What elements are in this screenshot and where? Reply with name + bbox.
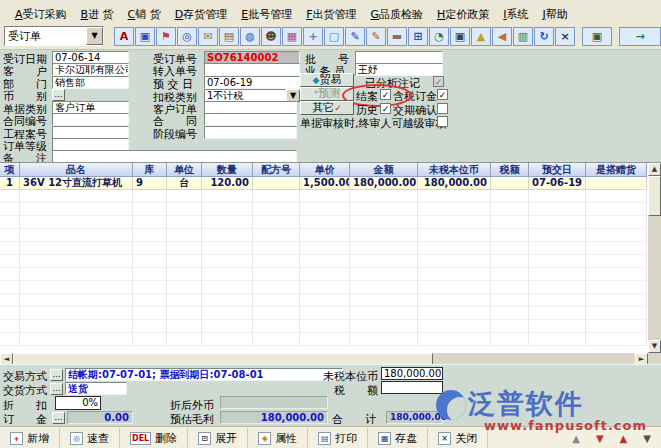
speaker-icon[interactable]: ◀ [492,27,512,46]
delivery-mode-browse-button[interactable]: … [50,383,63,395]
salesperson-field[interactable]: 王妤 [355,63,443,76]
menu-item-inventory-management[interactable]: D存货管理 [168,6,234,23]
cell-amount[interactable]: 180,000.00 [350,177,418,190]
vertical-scroll-thumb[interactable] [648,176,661,216]
record-prev-icon[interactable]: ▼ [596,433,604,444]
trade-mode-browse-button[interactable]: … [50,369,63,381]
save-button[interactable]: ▦存盘 [368,428,428,448]
pie-chart-icon[interactable]: ◔ [429,27,449,46]
customers-icon[interactable]: ▣ [135,27,155,46]
sheet-icon[interactable]: ▥ [513,27,533,46]
user-icon[interactable]: ☻ [261,27,281,46]
close-button[interactable]: ×关闭 [428,428,488,448]
delivery-mode-field[interactable]: 送货 [65,382,127,395]
contract-no-field[interactable] [52,113,129,126]
menu-item-shipment-management[interactable]: F出货管理 [299,6,363,23]
menu-item-batch-management[interactable]: E批号管理 [234,6,299,23]
untaxed-local-field[interactable]: 180,000.00 [381,367,443,380]
menu-item-pricing-policy[interactable]: H定价政策 [430,6,496,23]
doc-type-selector[interactable]: 受订单 ▼ [4,26,104,46]
contract-field[interactable] [204,113,297,126]
order-header-form: 受订日期 07-06-14 客 户 卡尔迈耶有限公司 部 门 销售部 币 别 …… [0,49,661,162]
archive-icon[interactable]: ▤ [219,27,239,46]
eraser-icon[interactable]: ▬ [387,27,407,46]
flag-icon[interactable]: ⚑ [156,27,176,46]
due-date-field[interactable]: 07-06-19 [204,76,300,89]
font-check-icon[interactable]: A [114,27,134,46]
new-icon: ＋ [10,432,23,445]
deposit-label: 订 金 [3,412,47,427]
history-checkbox[interactable]: ✓ [380,103,391,114]
quick-search-button[interactable]: ◎速查 [60,428,120,448]
search-doc-icon[interactable]: ◎ [177,27,197,46]
tax-amount-field[interactable] [381,381,443,394]
menu-item-sales-goods[interactable]: C销 货 [121,6,168,23]
cell-quantity[interactable]: 120.00 [202,177,253,190]
dropdown-arrow-icon[interactable]: ▼ [86,27,103,45]
table-row[interactable]: 1 36V 12寸直流打草机 9 台 120.00 1,500.00 180,0… [0,177,661,190]
scroll-down-icon[interactable]: ▼ [648,340,661,353]
cell-is-gift[interactable] [586,177,647,190]
cell-tax[interactable] [491,177,529,190]
skip-audit-checkbox[interactable] [437,116,448,127]
menu-item-help[interactable]: J帮助 [536,6,575,23]
department-field[interactable]: 销售部 [52,76,129,89]
menu-item-incoming-goods[interactable]: B进 货 [74,6,121,23]
grid-empty-cell [529,242,586,255]
menu-item-system[interactable]: I系统 [496,6,535,23]
tax-deposit-checkbox[interactable]: ✓ [437,89,448,100]
delivery-confirm-checkbox[interactable] [437,103,448,114]
document-icon[interactable]: ▢ [324,27,344,46]
cell-item-no[interactable]: 1 [0,177,20,190]
trade-button[interactable]: ◆贸易 [300,73,354,87]
globe-icon[interactable]: ◍ [240,27,260,46]
pen-icon[interactable]: ✎ [366,27,386,46]
stage-no-field[interactable] [204,126,297,139]
snapshot-icon[interactable]: ▣ [450,27,470,46]
delete-button[interactable]: DEL删除 [120,428,188,448]
refresh-icon[interactable]: ↻ [534,27,554,46]
grid-empty-cell [491,216,529,229]
cell-formula-no[interactable] [253,177,300,190]
grid-empty-cell [202,242,253,255]
trade-mode-field[interactable]: 结帐期:07-07-01; 票据到期日:07-08-01 [65,368,343,381]
print-button[interactable]: ▤打印 [308,428,368,448]
monitor-icon[interactable]: ▣ [582,27,612,46]
record-next-icon[interactable]: ▲ [620,433,628,444]
deposit-browse-button[interactable]: … [52,412,65,424]
cell-untaxed-local[interactable]: 180,000.00 [418,177,491,190]
analyzed-checkbox[interactable]: ✓ [433,76,444,87]
menu-item-order-purchase[interactable]: A受订采购 [8,6,74,23]
other-button[interactable]: 其它✓ [300,101,354,115]
texture-icon[interactable]: ▦ [282,27,302,46]
table-icon[interactable]: ⊞ [408,27,428,46]
scroll-up-icon[interactable]: ▲ [648,163,661,176]
menu-item-quality-inspection[interactable]: G品质检验 [364,6,431,23]
org-chart-icon[interactable]: ▲ [471,27,491,46]
record-last-icon[interactable]: ▼ [643,433,651,444]
expand-button[interactable]: ⊡展开 [188,428,248,448]
grid-empty-rows [0,190,661,346]
cell-unit[interactable]: 台 [167,177,202,190]
properties-button[interactable]: ◈属性 [248,428,308,448]
close-x-icon[interactable]: × [555,27,575,46]
discounted-foreign-field [220,396,328,409]
vertical-scrollbar[interactable]: ▲ ▼ [648,163,661,353]
currency-browse-button[interactable]: … [52,89,65,101]
discount-field[interactable]: 0% [55,396,101,410]
cell-warehouse[interactable]: 9 [133,177,167,190]
new-button[interactable]: ＋新增 [0,428,60,448]
menu-label: 进 货 [88,8,114,21]
transfer-no-field[interactable] [204,63,300,76]
grid-empty-cell [202,190,253,203]
exit-walk-icon[interactable]: → [619,27,661,46]
cell-product-name[interactable]: 36V 12寸直流打草机 [20,177,133,190]
customer-field[interactable]: 卡尔迈耶有限公司 [52,63,129,76]
cell-unit-price[interactable]: 1,500.00 [300,177,350,190]
grid-empty-cell [491,307,529,320]
record-first-icon[interactable]: ▲ [572,433,580,444]
cell-due-date[interactable]: 07-06-19 [529,177,586,190]
pin-icon[interactable]: + [303,27,323,46]
pencil-icon[interactable]: ✎ [345,27,365,46]
mail-icon[interactable]: ✉ [198,27,218,46]
